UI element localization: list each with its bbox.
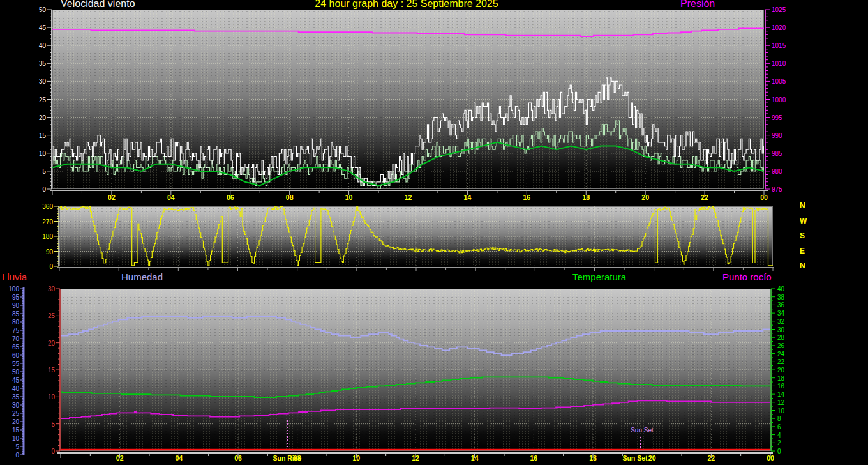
humidity-axis-tick-label: 90 [12,302,19,309]
pressure-axis-tick-label: 995 [772,114,782,121]
humidity-axis-tick-label: 60 [12,352,19,359]
temp-axis-tick-label: 40 [777,286,784,293]
top-hour-label: 00 [760,194,768,201]
humidity-axis-tick-label: 30 [12,402,19,409]
temp-axis-tick-label: 2 [777,439,781,446]
pressure-axis-tick-label: 985 [772,150,782,157]
temp-axis-tick-label: 10 [777,408,784,415]
pressure-axis-tick-label: 1010 [772,60,786,67]
compass-letter: N [800,263,805,270]
wind-axis-tick-label: 0 [42,186,46,193]
pressure-axis-tick-label: 1020 [772,24,786,31]
temp-axis-tick-label: 32 [777,318,784,325]
bottom-hour-label: 00 [767,455,774,462]
temp-axis-tick-label: 34 [777,310,784,317]
bottom-hour-label: 12 [412,455,419,462]
wind-axis-tick-label: 35 [39,60,46,67]
temp-axis-tick-label: 36 [777,301,784,309]
humidity-axis-tick-label: 20 [12,418,19,425]
wind-axis-tick-label: 20 [39,114,46,121]
bottom-hour-label: 16 [530,455,537,462]
bottom-hour-label: 06 [234,455,242,462]
temp-axis-tick-label: 38 [777,294,784,301]
temp-axis-tick-label: 6 [777,423,781,431]
humidity-axis-tick-label: 70 [12,335,19,342]
rain-axis-tick-label: 0 [51,448,55,455]
temp-axis-tick-label: 0 [777,448,781,455]
humidity-axis-tick-label: 40 [12,385,19,392]
compass-letter: W [800,218,807,225]
humidity-axis-tick-label: 100 [8,286,19,293]
top-hour-label: 06 [227,194,234,201]
humidity-axis-tick-label: 25 [12,410,19,417]
pressure-axis-tick-label: 1005 [772,78,786,85]
direction-axis-tick-label: 0 [49,263,53,270]
bottom-hour-label: 20 [648,455,656,462]
humidity-axis-tick-label: 85 [12,310,19,317]
wind-average-line [52,142,764,186]
bottom-hour-label: 08 [294,455,301,462]
humidity-axis-tick-label: 55 [12,360,19,367]
humidity-axis-tick-label: 15 [12,427,19,434]
bottom-hour-label: 18 [589,455,597,462]
direction-axis-tick-label: 360 [42,203,53,210]
pressure-axis-tick-label: 1000 [772,96,786,103]
rain-axis-tick-label: 20 [48,340,55,347]
humidity-axis-tick-label: 80 [12,319,19,326]
rain-axis-tick-label: 30 [48,286,55,293]
graph-canvas [0,0,868,465]
temp-axis-tick-label: 20 [777,367,784,374]
humidity-axis-tick-label: 50 [12,369,19,376]
pressure-axis-tick-label: 1025 [772,6,786,13]
temperature-line [61,377,770,397]
temp-axis-tick-label: 22 [777,358,784,365]
top-hour-label: 10 [345,194,353,201]
wind-axis-tick-label: 50 [39,6,46,13]
humidity-axis-tick-label: 95 [12,294,19,301]
compass-letter: N [800,202,805,210]
humidity-axis-tick-label: 5 [15,443,19,450]
wind-axis-tick-label: 10 [39,150,46,157]
direction-axis-tick-label: 180 [42,233,53,240]
temp-axis-tick-label: 16 [777,383,784,390]
bottom-hour-label: 22 [707,455,715,462]
top-hour-label: 08 [286,194,294,201]
wind-axis-tick-label: 30 [39,78,46,85]
pressure-axis-tick-label: 1015 [772,42,786,49]
temp-axis-tick-label: 4 [777,432,781,439]
temp-axis-tick-label: 30 [777,326,784,333]
humidity-axis-tick-label: 0 [15,452,19,459]
top-hour-label: 20 [641,194,649,201]
pressure-axis-tick-label: 975 [772,186,782,193]
top-hour-label: 04 [167,194,175,201]
humidity-axis-tick-label: 75 [12,327,19,334]
compass-letter: E [800,248,805,255]
humidity-axis-tick-label: 65 [12,344,19,351]
temp-axis-tick-label: 18 [777,375,784,382]
temp-axis-tick-label: 26 [777,342,784,349]
compass-letter: S [800,232,805,240]
top-hour-label: 02 [108,194,116,201]
top-hour-label: 14 [464,194,472,201]
direction-axis-tick-label: 270 [42,218,53,225]
rain-axis-tick-label: 25 [48,312,55,319]
bottom-hour-label: 14 [471,455,479,462]
rain-axis-tick-label: 10 [48,393,55,400]
bottom-hour-label: 10 [352,455,360,462]
top-hour-label: 18 [582,194,590,201]
temp-axis-tick-label: 14 [777,391,784,398]
temp-axis-tick-label: 8 [777,415,781,422]
pressure-axis-tick-label: 980 [772,168,782,175]
top-hour-label: 12 [405,194,412,201]
pressure-axis-tick-label: 990 [772,132,782,139]
temp-axis-tick-label: 24 [777,351,784,358]
top-hour-label: 22 [701,194,708,201]
temp-axis-tick-label: 12 [777,399,784,406]
rain-axis-tick-label: 15 [48,367,55,374]
wind-axis-tick-label: 45 [39,24,46,31]
weather-24h-graph-window: Velocidad viento 24 hour graph day : 25 … [0,0,868,465]
wind-axis-tick-label: 25 [39,96,46,103]
bottom-hour-label: 04 [175,455,183,462]
humidity-axis-tick-label: 35 [12,393,19,400]
humidity-axis-tick-label: 10 [12,435,19,442]
